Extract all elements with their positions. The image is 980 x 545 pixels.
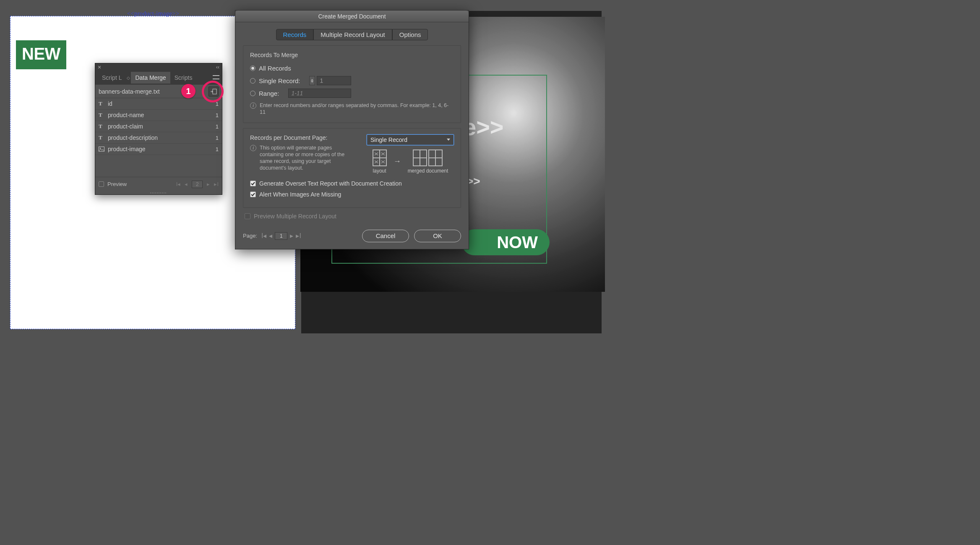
panel-resize-grip[interactable] [95, 191, 222, 194]
records-to-merge-group: Records To Merge All Records Single Reco… [243, 45, 461, 123]
records-per-page-hint: This option will generate pages containi… [260, 144, 351, 172]
field-name: product-claim [108, 123, 143, 130]
next-record-icon[interactable]: ▸ [207, 181, 210, 187]
range-label: Range: [259, 90, 279, 97]
info-icon: i [250, 102, 256, 109]
preview-multiple-record-row: Preview Multiple Record Layout [245, 213, 461, 220]
field-row[interactable]: product-claim 1 [95, 121, 222, 132]
prev-page-icon[interactable]: ◂ [269, 232, 272, 240]
overset-report-checkbox[interactable] [250, 181, 256, 186]
last-page-icon[interactable]: ▸I [296, 232, 301, 240]
all-records-label: All Records [259, 65, 291, 72]
range-hint: Enter record numbers and/or ranges separ… [260, 102, 454, 116]
last-record-icon[interactable]: ▸I [214, 181, 219, 187]
collapse-icon[interactable]: ‹‹ [216, 64, 219, 70]
shop-now-button: NOW [461, 229, 550, 255]
tab-data-merge[interactable]: Data Merge [131, 72, 170, 84]
field-row[interactable]: product-description 1 [95, 132, 222, 144]
page-number-field[interactable]: 1 [275, 232, 287, 240]
field-name: id [108, 100, 112, 107]
next-page-icon[interactable]: ▸ [290, 232, 293, 240]
field-row[interactable]: product-image 1 [95, 144, 222, 155]
annotation-ring-1 [202, 81, 224, 102]
svg-point-2 [100, 148, 101, 149]
alert-missing-images-checkbox[interactable] [250, 191, 256, 197]
ok-button[interactable]: OK [414, 230, 461, 242]
tab-options[interactable]: Options [392, 29, 428, 40]
page-label: Page: [243, 233, 257, 239]
records-per-page-label: Records per Document Page: [250, 134, 351, 141]
text-field-icon [99, 135, 104, 141]
preview-checkbox[interactable] [99, 181, 104, 187]
field-count: 1 [216, 123, 219, 130]
field-row[interactable]: product-name 1 [95, 110, 222, 121]
data-merge-panel: × ‹‹ Script L ◇ Data Merge Scripts banne… [95, 63, 222, 195]
single-record-stepper[interactable] [309, 76, 315, 85]
merged-doc-icon [413, 149, 443, 166]
panel-menu-icon[interactable] [213, 75, 219, 80]
dialog-tabs: Records Multiple Record Layout Options [243, 29, 461, 40]
range-input[interactable]: 1-11 [288, 89, 351, 98]
radio-range[interactable] [250, 91, 255, 96]
create-merged-document-dialog: Create Merged Document Records Multiple … [235, 10, 469, 249]
records-per-page-diagram: layout → merged document [367, 149, 454, 174]
records-per-page-group: Records per Document Page: i This option… [243, 128, 461, 208]
tab-sort-icon[interactable]: ◇ [126, 76, 131, 80]
diagram-merged-label: merged document [408, 168, 448, 174]
radio-single-record[interactable] [250, 78, 255, 84]
chevron-down-icon [447, 139, 450, 141]
alert-missing-images-label: Alert When Images Are Missing [259, 191, 341, 198]
single-record-value[interactable]: 1 [317, 76, 351, 85]
text-field-icon [99, 123, 104, 129]
arrow-right-icon: → [394, 157, 401, 166]
radio-all-records[interactable] [250, 66, 255, 71]
record-number-field[interactable]: 2 [192, 181, 203, 188]
preview-multiple-record-checkbox [245, 213, 250, 219]
records-per-page-dropdown[interactable]: Single Record [367, 134, 454, 145]
field-count: 1 [216, 112, 219, 118]
placeholder-text-fragment-1: e>> [463, 113, 504, 141]
field-name: product-name [108, 112, 144, 118]
diagram-layout-label: layout [373, 168, 386, 174]
first-page-icon[interactable]: I◂ [261, 232, 266, 240]
field-row[interactable]: id 1 [95, 98, 222, 110]
close-icon[interactable]: × [98, 64, 101, 71]
records-per-page-value: Single Record [370, 136, 407, 143]
annotation-badge-1: 1 [181, 84, 195, 98]
cancel-button[interactable]: Cancel [362, 230, 409, 242]
tab-multiple-record-layout[interactable]: Multiple Record Layout [313, 29, 392, 40]
first-record-icon[interactable]: I◂ [176, 181, 181, 187]
tab-records[interactable]: Records [276, 29, 314, 40]
preview-multiple-record-label: Preview Multiple Record Layout [254, 213, 336, 220]
field-count: 1 [216, 135, 219, 141]
layout-icon [373, 149, 387, 166]
image-field-icon [99, 146, 104, 152]
field-list: id 1 product-name 1 product-claim 1 prod… [95, 98, 222, 155]
text-field-icon [99, 112, 104, 118]
tab-scripts[interactable]: Scripts [170, 72, 197, 84]
preview-label: Preview [107, 181, 127, 187]
single-record-label: Single Record: [259, 77, 300, 84]
field-count: 1 [216, 146, 219, 152]
prev-record-icon[interactable]: ◂ [185, 181, 188, 187]
info-icon: i [250, 145, 256, 151]
records-to-merge-title: Records To Merge [250, 52, 454, 58]
new-badge: NEW [16, 40, 66, 69]
data-source-filename: banners-data-merge.txt [99, 88, 160, 95]
field-name: product-description [108, 134, 158, 141]
svg-rect-1 [99, 147, 104, 152]
field-name: product-image [108, 146, 146, 152]
tab-script-label[interactable]: Script L [98, 72, 126, 84]
overset-report-label: Generate Overset Text Report with Docume… [259, 180, 402, 187]
dialog-title: Create Merged Document [235, 10, 469, 22]
text-field-icon [99, 101, 104, 107]
